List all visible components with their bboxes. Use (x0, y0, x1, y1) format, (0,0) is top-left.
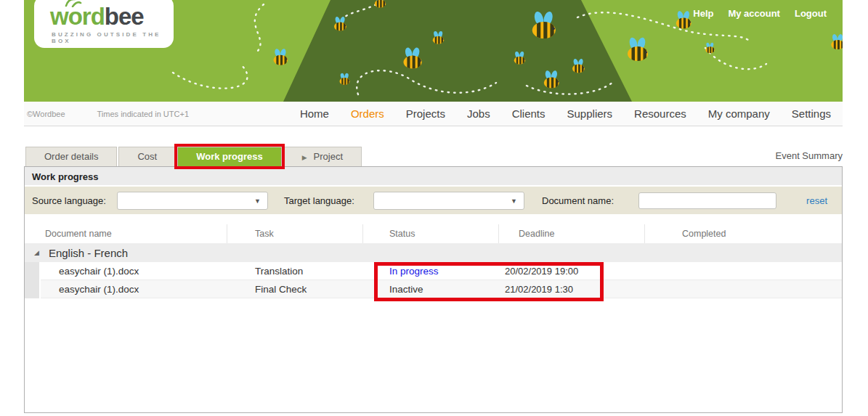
tab-order-details[interactable]: Order details (25, 147, 117, 166)
tab-project-label: Project (314, 151, 343, 162)
event-summary-link[interactable]: Event Summary (776, 150, 843, 161)
my-account-link[interactable]: My account (728, 8, 780, 19)
row-handle[interactable] (25, 262, 41, 280)
column-header-task[interactable]: Task (227, 224, 363, 243)
logo-word: word (50, 3, 105, 30)
row-handle[interactable] (25, 280, 41, 298)
cell-status: Inactive (363, 284, 499, 295)
panel-title: Work progress (25, 167, 842, 187)
logout-link[interactable]: Logout (795, 8, 827, 19)
help-link[interactable]: Help (693, 8, 713, 19)
main-navbar: ©Wordbee Times indicated in UTC+1 Home O… (24, 102, 843, 126)
wordbee-app: wordbee BUZZING OUTSIDE THE BOX Help My … (0, 0, 868, 416)
cell-deadline: 21/02/2019 1:30 (499, 284, 645, 295)
language-group-row[interactable]: ◢ English - French (25, 243, 842, 262)
wordbee-logo[interactable]: wordbee BUZZING OUTSIDE THE BOX (34, 0, 174, 48)
nav-item-home[interactable]: Home (300, 107, 329, 120)
column-header-document-name[interactable]: Document name (25, 224, 227, 243)
nav-menu: Home Orders Projects Jobs Clients Suppli… (300, 107, 843, 120)
tab-work-progress[interactable]: Work progress (177, 147, 282, 166)
account-links: Help My account Logout (693, 8, 827, 19)
column-header-deadline[interactable]: Deadline (499, 224, 645, 243)
table-row[interactable]: easychair (1).docx Final Check Inactive … (25, 280, 842, 298)
nav-item-resources[interactable]: Resources (634, 107, 686, 120)
table-row[interactable]: easychair (1).docx Translation In progre… (25, 262, 842, 280)
header-banner: wordbee BUZZING OUTSIDE THE BOX Help My … (24, 0, 843, 102)
dropdown-arrow-icon: ▼ (254, 197, 261, 205)
dropdown-arrow-icon: ▼ (511, 197, 517, 205)
tab-project[interactable]: ▶Project (283, 147, 362, 166)
nav-item-settings[interactable]: Settings (792, 107, 831, 120)
tab-cost[interactable]: Cost (118, 147, 176, 166)
column-header-completed[interactable]: Completed (645, 224, 842, 243)
nav-item-orders[interactable]: Orders (351, 107, 384, 120)
work-progress-panel: Work progress Source language: ▼ Target … (24, 166, 843, 413)
group-collapse-icon[interactable]: ◢ (34, 249, 39, 256)
nav-item-my-company[interactable]: My company (708, 107, 770, 120)
cell-document-name: easychair (1).docx (41, 266, 227, 277)
work-progress-table: Document name Task Status Deadline Compl… (25, 224, 842, 298)
group-label: English - French (49, 247, 128, 259)
document-name-label: Document name: (542, 195, 614, 206)
project-tab-arrow-icon: ▶ (302, 154, 307, 161)
timezone-note: Times indicated in UTC+1 (97, 110, 189, 118)
cell-task: Translation (227, 266, 363, 277)
logo-bee: bee (105, 3, 144, 30)
copyright-text: ©Wordbee (27, 110, 65, 118)
nav-item-clients[interactable]: Clients (512, 107, 545, 120)
logo-tagline: BUZZING OUTSIDE THE BOX (52, 31, 174, 44)
logo-text: wordbee (50, 4, 144, 28)
cell-document-name: easychair (1).docx (41, 284, 227, 295)
document-name-input[interactable] (638, 192, 776, 209)
table-header-row: Document name Task Status Deadline Compl… (25, 224, 842, 243)
reset-link[interactable]: reset (806, 195, 827, 206)
source-language-label: Source language: (32, 195, 106, 206)
nav-item-projects[interactable]: Projects (406, 107, 445, 120)
nav-item-jobs[interactable]: Jobs (467, 107, 490, 120)
nav-item-suppliers[interactable]: Suppliers (567, 107, 613, 120)
cell-deadline: 20/02/2019 19:00 (499, 266, 645, 277)
status-link[interactable]: In progress (389, 266, 439, 277)
column-header-status[interactable]: Status (363, 224, 499, 243)
target-language-label: Target language: (284, 195, 354, 206)
order-tabs: Order details Cost Work progress ▶Projec… (25, 147, 362, 166)
target-language-select[interactable]: ▼ (373, 192, 524, 210)
filter-bar: Source language: ▼ Target language: ▼ Do… (25, 187, 842, 214)
source-language-select[interactable]: ▼ (117, 192, 268, 210)
cell-task: Final Check (227, 284, 363, 295)
